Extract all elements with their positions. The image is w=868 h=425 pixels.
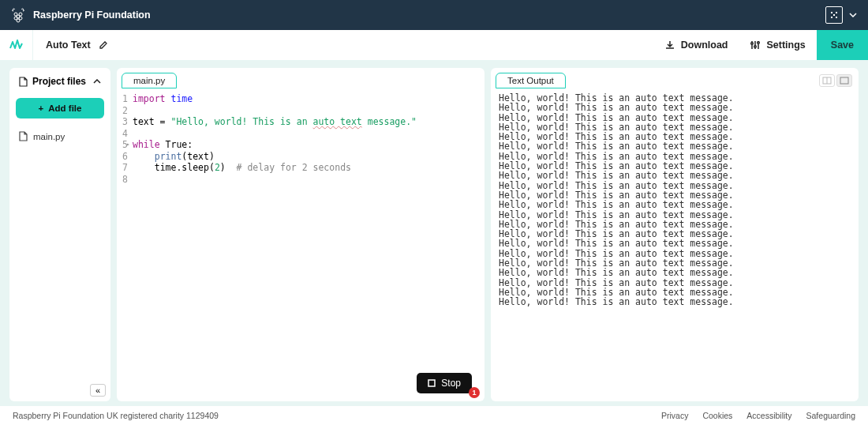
svg-point-16 <box>758 42 760 44</box>
tab-text-output[interactable]: Text Output <box>496 73 566 88</box>
editor-panel: main.py 1 2 3 4 5 6 7 8 ▸ import time te… <box>117 68 485 401</box>
stop-label: Stop <box>441 378 461 389</box>
svg-rect-9 <box>831 17 832 18</box>
svg-rect-10 <box>836 17 837 18</box>
svg-point-15 <box>754 46 757 48</box>
stop-icon <box>428 379 436 387</box>
svg-point-14 <box>751 43 754 45</box>
file-item-main[interactable]: main.py <box>9 125 110 148</box>
chevron-up-icon <box>93 79 101 84</box>
chevron-down-icon <box>849 13 857 17</box>
svg-rect-8 <box>833 14 835 16</box>
download-icon <box>664 39 675 51</box>
svg-rect-7 <box>836 12 837 13</box>
user-menu[interactable] <box>825 6 857 24</box>
editor-logo-icon[interactable] <box>0 30 33 60</box>
output-tab-label: Text Output <box>507 76 554 85</box>
file-icon <box>19 131 28 141</box>
footer-link-cookies[interactable]: Cookies <box>702 411 732 420</box>
footer-link-safeguarding[interactable]: Safeguarding <box>806 411 855 420</box>
svg-rect-17 <box>428 380 435 386</box>
fold-icon[interactable]: ▸ <box>126 139 130 151</box>
collapse-sidebar-button[interactable]: « <box>90 384 106 397</box>
settings-label: Settings <box>766 39 805 51</box>
footer-link-privacy[interactable]: Privacy <box>661 411 688 420</box>
footer: Raspberry Pi Foundation UK registered ch… <box>0 406 868 425</box>
settings-icon <box>750 39 761 51</box>
sidebar: Project files + Add file main.py « <box>9 68 110 401</box>
svg-point-5 <box>17 19 20 22</box>
file-name: main.py <box>33 132 65 141</box>
save-button[interactable]: Save <box>817 30 868 60</box>
output-panel: Text Output Hello, world! This is an aut… <box>491 68 859 401</box>
tab-main-py[interactable]: main.py <box>122 73 177 88</box>
file-icon <box>19 77 28 87</box>
code-editor[interactable]: 1 2 3 4 5 6 7 8 ▸ import time text = "He… <box>117 88 485 401</box>
stop-button[interactable]: Stop <box>417 373 472 393</box>
toolbar: Auto Text Download Settings Save <box>0 30 868 60</box>
org-title: Raspberry Pi Foundation <box>33 9 151 21</box>
code-area[interactable]: ▸ import time text = "Hello, world! This… <box>133 93 485 401</box>
raspberry-logo-icon <box>11 7 25 23</box>
badge-count: 1 <box>472 389 476 397</box>
sidebar-title: Project files <box>32 76 86 87</box>
topbar: Raspberry Pi Foundation <box>0 0 868 30</box>
project-name: Auto Text <box>46 39 91 51</box>
footer-charity-text: Raspberry Pi Foundation UK registered ch… <box>13 411 219 420</box>
add-file-label: Add file <box>48 103 81 113</box>
save-label: Save <box>831 39 854 51</box>
svg-rect-6 <box>831 12 832 13</box>
view-single-button[interactable] <box>836 74 852 87</box>
settings-button[interactable]: Settings <box>739 30 816 60</box>
svg-rect-20 <box>840 77 848 84</box>
output-text[interactable]: Hello, world! This is an auto text messa… <box>491 88 859 401</box>
edit-name-icon[interactable] <box>99 40 108 50</box>
download-button[interactable]: Download <box>653 30 739 60</box>
user-avatar-icon <box>825 6 843 24</box>
notification-badge[interactable]: 1 <box>469 387 480 398</box>
footer-link-accessibility[interactable]: Accessibility <box>746 411 791 420</box>
download-label: Download <box>681 39 728 51</box>
chevron-double-left-icon: « <box>95 386 100 395</box>
view-split-button[interactable] <box>819 74 835 87</box>
plus-icon: + <box>39 103 44 113</box>
tab-label: main.py <box>133 76 165 85</box>
add-file-button[interactable]: + Add file <box>16 98 104 118</box>
sidebar-header[interactable]: Project files <box>9 68 110 95</box>
line-gutter: 1 2 3 4 5 6 7 8 <box>117 93 133 401</box>
